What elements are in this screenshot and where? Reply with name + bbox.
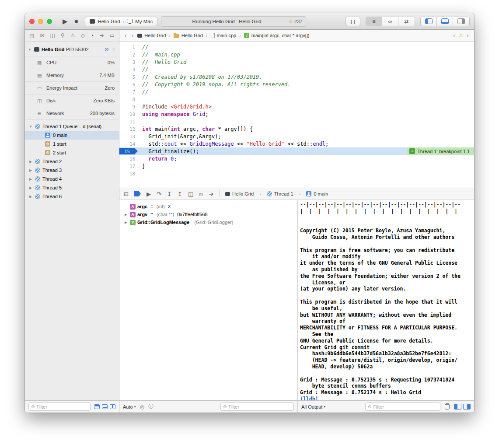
gauge-row[interactable]: ▦CPU0% [25,56,119,69]
jumpbar-item-project[interactable]: Hello Grid [137,33,166,38]
line-gutter[interactable]: 15 [119,148,140,154]
standard-editor-button[interactable]: ≡ [366,17,382,26]
step-out-button[interactable]: ↥ [178,191,182,197]
code-line[interactable]: 17} [119,162,474,170]
stack-frame-row[interactable]: ⚙1 start [25,140,119,148]
thread-row[interactable]: ▶Thread 3 [25,166,119,175]
toggle-inspector-button[interactable] [453,17,469,26]
find-navigator-icon[interactable]: ⚲ [61,32,65,38]
code-line[interactable]: 16 return 0; [119,155,474,162]
report-navigator-icon[interactable]: ▭ [110,32,115,38]
debug-crumb-thread[interactable]: Thread 1 [267,191,293,196]
variable-row[interactable]: Aargc = (int) 3 [124,203,297,210]
line-gutter[interactable]: 6 [119,82,140,87]
code-line[interactable]: 7// [119,88,474,95]
disclosure-triangle-icon[interactable]: ▶ [124,213,128,217]
step-over-button[interactable]: ↷ [157,191,161,197]
line-gutter[interactable]: 10 [119,112,140,117]
navigator-filter-field[interactable]: ⊜ [28,402,91,411]
back-button[interactable]: ‹ [124,32,128,39]
gauge-row[interactable]: ◫DiskZero KB/s [25,94,119,107]
code-line[interactable]: 11 [119,118,474,125]
line-gutter[interactable]: 13 [119,134,140,139]
code-line[interactable]: 13 Grid_init(&argc,&argv); [119,133,474,140]
memory-graph-button[interactable]: ∞ [199,191,203,197]
disclosure-triangle-icon[interactable]: ▶ [124,220,128,224]
scheme-selector[interactable]: Hello Grid › My Mac [85,17,157,26]
code-line[interactable]: 9#include <Grid/Grid.h> [119,103,474,110]
show-console-view-icon[interactable] [463,404,471,410]
issues-indicator[interactable]: ⚠ 237 [288,18,302,24]
version-editor-button[interactable]: ⇄ [398,17,415,26]
line-gutter[interactable]: 16 [119,156,140,161]
disclosure-triangle-icon[interactable]: ▶ [28,168,33,172]
debug-crumb-frame[interactable]: 0 main [306,191,328,196]
stack-frame-row[interactable]: 0 main [25,131,119,140]
source-editor[interactable]: 1//2// main.cpp3// Hello Grid4//5// Crea… [119,42,474,188]
line-gutter[interactable]: 18 [119,171,140,176]
gauge-row[interactable]: ▤Memory7.4 MB [25,69,119,82]
code-line[interactable]: 4// [119,66,474,73]
test-navigator-icon[interactable]: ◇ [81,32,85,38]
line-gutter[interactable]: 3 [119,60,140,65]
assistant-editor-button[interactable]: ∞ [382,17,398,26]
code-snippet-button[interactable]: { } [345,17,360,26]
sidebar-filter-toggle-icon-2[interactable] [102,404,108,409]
thread-row[interactable]: ▶Thread 5 [25,183,119,192]
code-line[interactable]: 3// Hello Grid [119,58,474,66]
sidebar-filter-toggle-icon-3[interactable] [110,404,115,409]
disclosure-triangle-icon[interactable]: ▶ [28,160,33,164]
console-view[interactable]: --|--|--|--|--|--|--|--|--|--|--|--|--|-… [298,200,474,400]
line-gutter[interactable]: 8 [119,97,140,102]
variables-view[interactable]: Aargc = (int) 3▶Aargv = (char **) 0x7ffe… [119,200,298,400]
variable-row[interactable]: ▶VGrid::GridLogMessage (Grid::GridLogger… [124,218,297,226]
line-gutter[interactable]: 5 [119,74,140,80]
line-gutter[interactable]: 14 [119,141,140,147]
process-row[interactable]: ▼ Hello Grid PID 55302 ⊘ ◌ [25,44,119,55]
sidebar-filter-toggle-icon-1[interactable] [94,404,100,409]
disclosure-triangle-icon[interactable]: ▶ [28,177,33,181]
code-line[interactable]: 8 [119,95,474,103]
stop-button[interactable]: ■ [75,18,78,24]
code-line[interactable]: 15 Grid_finalize();≡Thread 1: breakpoint… [119,147,474,155]
thread-row[interactable]: ▶Thread 2 [25,157,119,166]
lldb-prompt[interactable]: (lldb) [300,396,474,400]
code-line[interactable]: 10using namespace Grid; [119,110,474,118]
code-line[interactable]: 1// [119,43,474,51]
line-gutter[interactable]: 7 [119,89,140,94]
info-icon[interactable]: ⓘ [148,403,154,410]
minimize-window-button[interactable] [38,19,43,24]
step-into-button[interactable]: ↧ [167,191,172,197]
code-line[interactable]: 2// main.cpp [119,51,474,58]
pause-process-icon[interactable]: ⊘ [105,46,109,52]
variable-scope-select[interactable]: Auto ▾ [123,404,136,410]
hide-debug-area-button[interactable]: ⊟ [124,191,129,197]
symbol-navigator-icon[interactable]: ◫ [50,32,55,38]
variables-filter-input[interactable] [228,404,291,410]
console-filter-input[interactable] [373,404,438,410]
jumpbar-item-group[interactable]: Hello Grid [174,33,203,38]
code-line[interactable]: 5// Created by s1786208 on 17/03/2019. [119,73,474,80]
code-line[interactable]: 6// Copyright © 2019 sopa. All rights re… [119,80,474,88]
breakpoints-toggle-button[interactable] [134,191,141,196]
breakpoint-navigator-icon[interactable]: ➔ [99,32,104,38]
run-button[interactable]: ▶ [63,18,68,25]
line-gutter[interactable]: 9 [119,104,140,109]
line-gutter[interactable]: 17 [119,164,140,169]
show-variables-view-icon[interactable] [454,404,461,410]
console-output-select[interactable]: All Output ▾ [301,404,325,410]
line-gutter[interactable]: 4 [119,67,140,72]
debug-crumb-process[interactable]: Hello Grid [225,191,254,196]
disclosure-triangle-icon[interactable]: ▼ [28,48,32,52]
line-gutter[interactable]: 1 [119,45,140,50]
previous-issue-button[interactable]: ‹ [452,32,456,39]
thread-row[interactable]: ▶Thread 4 [25,175,119,183]
breakpoint-annotation[interactable]: ≡Thread 1: breakpoint 1.1 [407,147,474,155]
jumpbar-item-file[interactable]: main.cpp [211,33,237,38]
disclosure-triangle-icon[interactable]: ▶ [28,195,33,199]
next-issue-button[interactable]: › [466,32,470,39]
console-filter-field[interactable]: ⊜ [365,402,440,411]
continue-button[interactable]: ▶ [147,191,151,197]
variables-filter-field[interactable]: ⊜ [220,402,294,411]
line-gutter[interactable]: 12 [119,126,140,132]
